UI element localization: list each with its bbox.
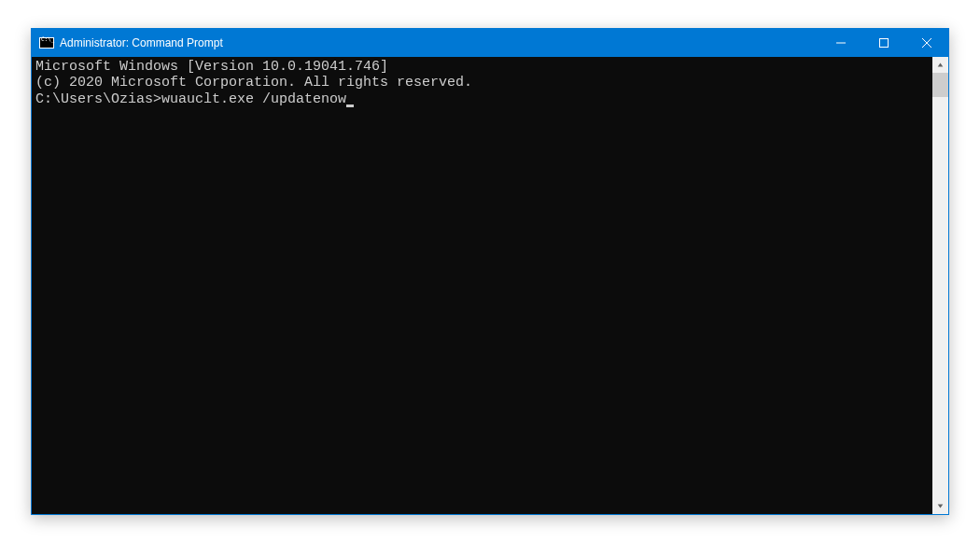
close-button[interactable] bbox=[905, 29, 948, 57]
title-bar[interactable]: Administrator: Command Prompt bbox=[32, 29, 948, 57]
version-line: Microsoft Windows [Version 10.0.19041.74… bbox=[35, 59, 929, 75]
svg-marker-4 bbox=[938, 63, 944, 66]
terminal-content[interactable]: Microsoft Windows [Version 10.0.19041.74… bbox=[32, 57, 932, 514]
scroll-up-button[interactable] bbox=[932, 57, 948, 73]
terminal-body: Microsoft Windows [Version 10.0.19041.74… bbox=[32, 57, 948, 514]
cmd-icon bbox=[39, 37, 54, 49]
svg-marker-5 bbox=[938, 504, 944, 508]
cursor bbox=[346, 104, 354, 107]
scroll-down-button[interactable] bbox=[932, 498, 948, 514]
prompt-text: C:\Users\Ozias> bbox=[35, 91, 161, 107]
copyright-line: (c) 2020 Microsoft Corporation. All righ… bbox=[35, 75, 929, 90]
prompt-line: C:\Users\Ozias>wuauclt.exe /updatenow bbox=[35, 91, 929, 107]
minimize-button[interactable] bbox=[819, 29, 862, 57]
scroll-thumb[interactable] bbox=[932, 73, 948, 97]
maximize-button[interactable] bbox=[862, 29, 905, 57]
vertical-scrollbar[interactable] bbox=[932, 57, 948, 514]
window-title: Administrator: Command Prompt bbox=[60, 36, 819, 49]
command-prompt-window: Administrator: Command Prompt Microsoft … bbox=[31, 28, 949, 515]
scroll-track[interactable] bbox=[932, 73, 948, 498]
svg-rect-1 bbox=[880, 39, 889, 48]
command-text: wuauclt.exe /updatenow bbox=[161, 91, 346, 107]
window-controls bbox=[819, 29, 948, 57]
